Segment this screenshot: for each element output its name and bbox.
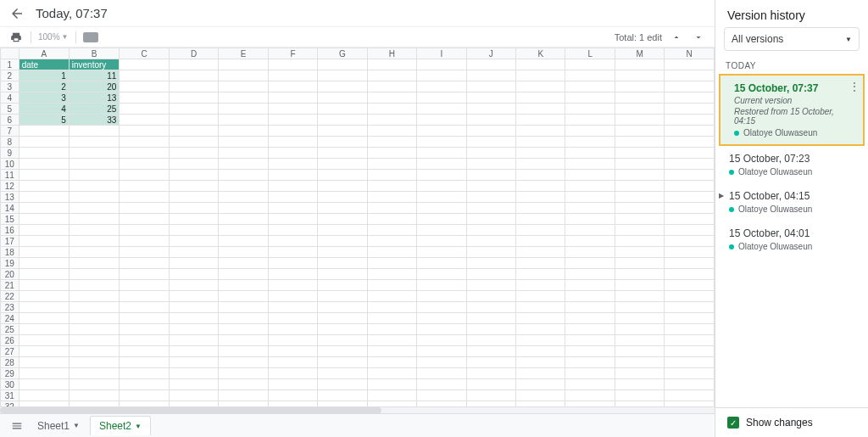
cell[interactable]: [565, 247, 615, 258]
cell[interactable]: inventory: [69, 59, 120, 70]
cell[interactable]: [169, 335, 218, 346]
cell[interactable]: [417, 203, 466, 214]
cell[interactable]: date: [19, 59, 69, 70]
column-header[interactable]: I: [417, 48, 466, 59]
cell[interactable]: [318, 379, 368, 390]
cell[interactable]: [516, 104, 565, 115]
cell[interactable]: [367, 280, 416, 291]
row-header[interactable]: 5: [1, 104, 19, 115]
cell[interactable]: [219, 335, 268, 346]
cell[interactable]: [615, 170, 665, 181]
cell[interactable]: [516, 214, 565, 225]
cell[interactable]: [120, 225, 169, 236]
cell[interactable]: [367, 203, 416, 214]
cell[interactable]: [69, 258, 120, 269]
version-item[interactable]: ⋮15 October, 07:37Current versionRestore…: [719, 74, 865, 146]
cell[interactable]: [120, 192, 169, 203]
cell[interactable]: [120, 390, 169, 401]
cell[interactable]: [69, 181, 120, 192]
cell[interactable]: [466, 269, 515, 280]
cell[interactable]: [565, 346, 615, 357]
cell[interactable]: [120, 170, 169, 181]
cell[interactable]: [665, 280, 715, 291]
cell[interactable]: [69, 313, 120, 324]
cell[interactable]: [219, 324, 268, 335]
cell[interactable]: [615, 335, 665, 346]
cell[interactable]: [219, 313, 268, 324]
cell[interactable]: [318, 247, 368, 258]
cell[interactable]: [219, 81, 268, 92]
cell[interactable]: [565, 291, 615, 302]
version-filter-dropdown[interactable]: All versions ▼: [724, 27, 860, 51]
cell[interactable]: [318, 159, 368, 170]
cell[interactable]: [516, 225, 565, 236]
cell[interactable]: [219, 170, 268, 181]
cell[interactable]: [466, 170, 515, 181]
cell[interactable]: [417, 159, 466, 170]
cell[interactable]: [367, 81, 416, 92]
row-header[interactable]: 21: [1, 280, 19, 291]
cell[interactable]: [565, 302, 615, 313]
cell[interactable]: [367, 70, 416, 81]
cell[interactable]: [615, 280, 665, 291]
cell[interactable]: [318, 302, 368, 313]
cell[interactable]: [367, 346, 416, 357]
cell[interactable]: [417, 379, 466, 390]
cell[interactable]: [169, 357, 218, 368]
cell[interactable]: [466, 313, 515, 324]
cell[interactable]: [615, 324, 665, 335]
cell[interactable]: [19, 148, 69, 159]
cell[interactable]: [19, 313, 69, 324]
cell[interactable]: [120, 104, 169, 115]
cell[interactable]: [169, 236, 218, 247]
row-header[interactable]: 15: [1, 214, 19, 225]
cell[interactable]: [367, 225, 416, 236]
cell[interactable]: [615, 236, 665, 247]
cell[interactable]: [268, 214, 317, 225]
cell[interactable]: [219, 126, 268, 137]
cell[interactable]: [466, 148, 515, 159]
cell[interactable]: [19, 258, 69, 269]
cell[interactable]: [565, 390, 615, 401]
cell[interactable]: [169, 324, 218, 335]
cell[interactable]: [665, 269, 715, 280]
cell[interactable]: [665, 247, 715, 258]
cell[interactable]: [417, 170, 466, 181]
cell[interactable]: [565, 148, 615, 159]
cell[interactable]: [615, 104, 665, 115]
cell[interactable]: [19, 236, 69, 247]
cell[interactable]: [466, 159, 515, 170]
cell[interactable]: [219, 214, 268, 225]
column-header[interactable]: N: [665, 48, 715, 59]
cell[interactable]: [516, 115, 565, 126]
cell[interactable]: [219, 192, 268, 203]
cell[interactable]: [565, 368, 615, 379]
cell[interactable]: [268, 247, 317, 258]
cell[interactable]: [516, 335, 565, 346]
cell[interactable]: [69, 269, 120, 280]
cell[interactable]: [516, 170, 565, 181]
cell[interactable]: [268, 70, 317, 81]
cell[interactable]: [219, 291, 268, 302]
cell[interactable]: [665, 214, 715, 225]
cell[interactable]: [169, 92, 218, 104]
cell[interactable]: [466, 214, 515, 225]
cell[interactable]: [169, 81, 218, 92]
cell[interactable]: [69, 302, 120, 313]
cell[interactable]: [466, 225, 515, 236]
cell[interactable]: [367, 159, 416, 170]
cell[interactable]: [268, 59, 317, 70]
cell[interactable]: [19, 302, 69, 313]
cell[interactable]: [615, 70, 665, 81]
cell[interactable]: [367, 335, 416, 346]
cell[interactable]: [565, 313, 615, 324]
cell[interactable]: [417, 59, 466, 70]
cell[interactable]: [466, 302, 515, 313]
cell[interactable]: [466, 126, 515, 137]
cell[interactable]: [19, 357, 69, 368]
cell[interactable]: [466, 236, 515, 247]
cell[interactable]: [219, 236, 268, 247]
cell[interactable]: [318, 214, 368, 225]
cell[interactable]: [516, 81, 565, 92]
cell[interactable]: [516, 302, 565, 313]
